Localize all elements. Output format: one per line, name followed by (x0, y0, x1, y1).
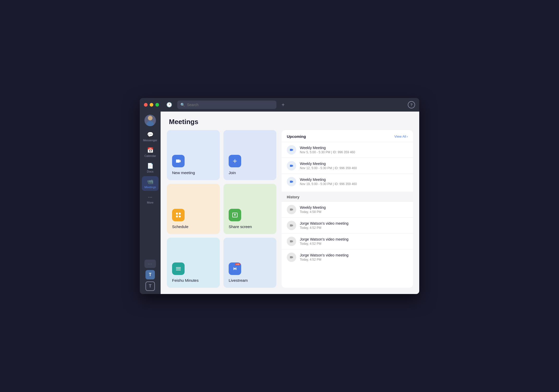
sidebar-bottom: ··· T T (144, 260, 156, 291)
history-meeting-1[interactable]: Weekly Meeting Today, 4:58 PM (282, 201, 413, 217)
history-meeting-icon-3 (287, 237, 296, 246)
new-meeting-label: New meeting (172, 170, 195, 175)
sidebar-item-calendar[interactable]: 📅 Calendar (142, 145, 159, 160)
upcoming-title: Upcoming (287, 134, 306, 139)
feishu-minutes-card[interactable]: Feishu Minutes (167, 238, 220, 288)
history-meeting-info-3: Jorge Watson's video meeting Today, 4:52… (300, 237, 408, 246)
schedule-label: Schedule (172, 224, 189, 229)
messenger-icon: 💬 (147, 131, 154, 138)
share-screen-icon-wrapper (229, 209, 241, 221)
upcoming-meeting-meta-2: Nov 12, 5:00 - 5:30 PM | ID: 996 359 460 (300, 166, 408, 170)
app-window: 🕐 🔍 + ? 💬 Messenger 📅 Calendar (140, 98, 419, 294)
join-icon-wrapper (229, 155, 241, 167)
close-button[interactable] (144, 103, 148, 107)
page-header: Meetings (161, 112, 419, 130)
upcoming-meeting-name-2: Weekly Meeting (300, 162, 408, 166)
upcoming-meeting-icon-1 (287, 145, 296, 155)
history-meeting-name-2: Jorge Watson's video meeting (300, 221, 408, 225)
sidebar-item-meetings[interactable]: 📹 Meetings (142, 176, 159, 191)
svg-point-4 (234, 268, 236, 270)
history-meeting-info-1: Weekly Meeting Today, 4:58 PM (300, 205, 408, 214)
sidebar-label-calendar: Calendar (144, 154, 156, 157)
minimize-button[interactable] (150, 103, 153, 107)
join-card[interactable]: Join (223, 130, 276, 180)
upcoming-meeting-info-1: Weekly Meeting Nov 5, 5:00 - 5:30 PM | I… (300, 146, 408, 154)
share-screen-icon (232, 212, 238, 218)
schedule-icon-wrapper (172, 209, 185, 221)
history-meeting-info-4: Jorge Watson's video meeting Today, 4:52… (300, 253, 408, 261)
upcoming-meeting-info-2: Weekly Meeting Nov 12, 5:00 - 5:30 PM | … (300, 162, 408, 170)
join-icon (232, 158, 238, 164)
history-button[interactable]: 🕐 (164, 101, 174, 109)
history-meeting-2[interactable]: Jorge Watson's video meeting Today, 4:52… (282, 217, 413, 233)
upcoming-meeting-icon-3 (287, 177, 296, 186)
right-panel: Upcoming View All › (282, 130, 413, 288)
sidebar-label-messenger: Messenger (143, 139, 157, 142)
feishu-minutes-icon (175, 266, 181, 272)
upcoming-meetings-list: Weekly Meeting Nov 5, 5:00 - 5:30 PM | I… (282, 142, 413, 189)
history-meeting-3[interactable]: Jorge Watson's video meeting Today, 4:52… (282, 233, 413, 249)
sidebar-item-more[interactable]: ··· More (142, 192, 159, 206)
livestream-label: Livestream (229, 278, 248, 283)
history-section: History Weekly Meeting Today, 4:58 PM (282, 192, 413, 265)
sidebar-label-meetings: Meetings (144, 186, 156, 189)
livestream-icon-wrapper: LIVE (229, 262, 241, 275)
svg-rect-1 (179, 213, 181, 215)
svg-rect-0 (176, 213, 178, 215)
history-meeting-meta-4: Today, 4:52 PM (300, 258, 408, 261)
feishu-minutes-icon-wrapper (172, 262, 185, 275)
schedule-card[interactable]: Schedule (167, 184, 220, 234)
avatar-t-outline-button[interactable]: T (145, 281, 155, 291)
livestream-icon (232, 266, 238, 272)
page-body: New meeting Join (161, 130, 419, 294)
avatar[interactable] (144, 115, 156, 126)
sidebar-label-docs: Docs (147, 170, 153, 173)
main-content: 💬 Messenger 📅 Calendar 📄 Docs 📹 Meetings… (140, 112, 419, 294)
upcoming-meeting-info-3: Weekly Meeting Nov 19, 5:00 - 5:30 PM | … (300, 177, 408, 186)
svg-rect-3 (179, 216, 181, 217)
history-meeting-icon-1 (287, 205, 296, 214)
history-meeting-meta-2: Today, 4:52 PM (300, 226, 408, 230)
new-meeting-card[interactable]: New meeting (167, 130, 220, 180)
action-grid: New meeting Join (167, 130, 276, 288)
history-meeting-meta-3: Today, 4:52 PM (300, 242, 408, 246)
share-screen-label: Share screen (229, 224, 252, 229)
share-screen-card[interactable]: Share screen (223, 184, 276, 234)
history-meeting-icon-2 (287, 221, 296, 230)
svg-rect-2 (176, 216, 178, 217)
upcoming-meeting-2[interactable]: Weekly Meeting Nov 12, 5:00 - 5:30 PM | … (282, 158, 413, 174)
upcoming-meeting-name-1: Weekly Meeting (300, 146, 408, 150)
schedule-icon (175, 212, 181, 218)
history-meeting-info-2: Jorge Watson's video meeting Today, 4:52… (300, 221, 408, 230)
sidebar-label-more: More (147, 201, 153, 204)
livestream-card[interactable]: LIVE Livestream (223, 238, 276, 288)
search-bar[interactable]: 🔍 (177, 101, 276, 109)
sidebar-item-docs[interactable]: 📄 Docs (142, 161, 159, 175)
upcoming-meeting-3[interactable]: Weekly Meeting Nov 19, 5:00 - 5:30 PM | … (282, 174, 413, 189)
avatar-t-button[interactable]: T (145, 270, 155, 279)
upcoming-section-header: Upcoming View All › (282, 130, 413, 142)
meetings-icon: 📹 (147, 178, 154, 185)
history-meeting-name-3: Jorge Watson's video meeting (300, 237, 408, 241)
docs-icon: 📄 (147, 163, 154, 169)
page-area: Meetings New meeting (161, 112, 419, 294)
dots-button[interactable]: ··· (144, 260, 156, 268)
history-meeting-4[interactable]: Jorge Watson's video meeting Today, 4:52… (282, 249, 413, 265)
history-section-header: History (282, 192, 413, 201)
help-button[interactable]: ? (408, 101, 415, 108)
history-meeting-name-1: Weekly Meeting (300, 205, 408, 210)
history-meeting-icon-4 (287, 253, 296, 262)
history-title: History (287, 195, 299, 199)
calendar-icon: 📅 (147, 147, 154, 153)
upcoming-meeting-1[interactable]: Weekly Meeting Nov 5, 5:00 - 5:30 PM | I… (282, 142, 413, 158)
search-input[interactable] (187, 103, 273, 107)
traffic-lights (144, 103, 159, 107)
new-meeting-icon-wrapper (172, 155, 185, 167)
video-camera-icon (175, 158, 181, 164)
upcoming-meeting-icon-2 (287, 161, 296, 170)
view-all-link[interactable]: View All › (394, 134, 408, 138)
maximize-button[interactable] (155, 103, 159, 107)
search-icon: 🔍 (180, 103, 185, 107)
add-button[interactable]: + (280, 101, 287, 109)
sidebar-item-messenger[interactable]: 💬 Messenger (142, 129, 159, 144)
